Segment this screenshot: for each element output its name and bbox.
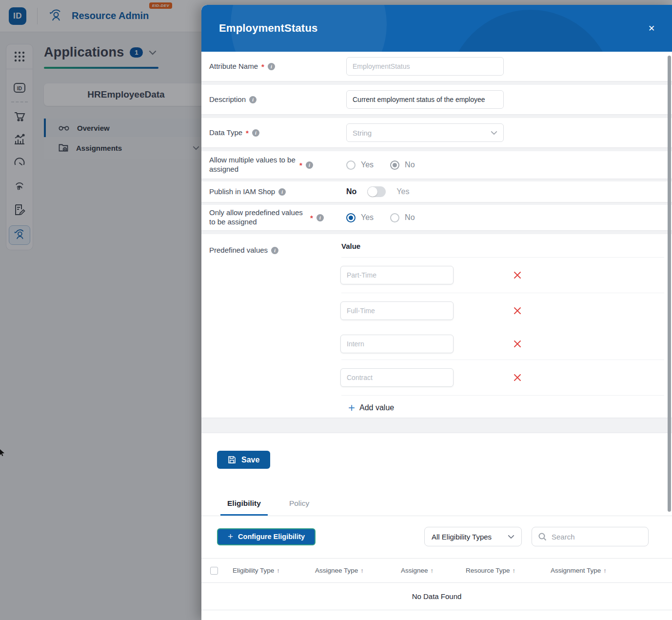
attribute-name-row: Attribute Name * i — [201, 52, 672, 81]
select-all-checkbox[interactable] — [210, 567, 218, 575]
table-header-row: Eligibility Type↑ Assignee Type↑ Assigne… — [201, 559, 672, 583]
allow-multiple-row: Allow multiple values to be assigned * i… — [201, 151, 672, 179]
column-header-assignee[interactable]: Assignee↑ — [401, 567, 466, 574]
required-asterisk: * — [310, 214, 313, 222]
predefined-value-input[interactable] — [340, 301, 454, 320]
mouse-cursor — [0, 449, 5, 456]
info-icon[interactable]: i — [278, 188, 286, 196]
only-predefined-label: Only allow predefined values to be assig… — [209, 208, 307, 227]
predefined-value-input[interactable] — [340, 266, 454, 284]
predefined-value-item — [340, 328, 664, 360]
drawer-scrollbar[interactable] — [668, 54, 671, 618]
sort-asc-icon: ↑ — [360, 567, 364, 574]
close-icon[interactable]: ✕ — [645, 21, 658, 35]
column-header-assignment-type[interactable]: Assignment Type↑ — [551, 567, 672, 574]
predefined-value-input[interactable] — [340, 368, 454, 387]
radio-label: No — [405, 160, 415, 169]
only-predefined-no-radio[interactable]: No — [390, 213, 415, 222]
description-row: Description i — [201, 85, 672, 114]
save-label: Save — [241, 456, 259, 464]
delete-value-icon[interactable] — [513, 306, 522, 315]
attribute-detail-drawer: EmploymentStatus ✕ Attribute Name * i De… — [201, 5, 672, 620]
drawer-header: EmploymentStatus ✕ — [201, 5, 672, 52]
delete-value-icon[interactable] — [513, 373, 522, 382]
column-header-resource-type[interactable]: Resource Type↑ — [466, 567, 551, 574]
drawer-title: EmploymentStatus — [219, 22, 317, 35]
description-label: Description — [209, 95, 246, 104]
column-header-assignee-type[interactable]: Assignee Type↑ — [315, 567, 401, 574]
sort-asc-icon: ↑ — [277, 567, 280, 574]
allow-multiple-no-radio[interactable]: No — [390, 160, 415, 170]
required-asterisk: * — [299, 161, 302, 169]
delete-value-icon[interactable] — [513, 271, 522, 280]
radio-checked-icon — [390, 160, 399, 170]
allow-multiple-yes-radio[interactable]: Yes — [346, 160, 374, 170]
search-input[interactable] — [552, 533, 634, 541]
publish-iam-shop-toggle[interactable] — [367, 186, 386, 197]
radio-label: Yes — [361, 213, 374, 222]
column-header-eligibility-type[interactable]: Eligibility Type↑ — [233, 567, 315, 574]
info-icon[interactable]: i — [249, 96, 257, 103]
empty-state-text: No Data Found — [201, 583, 672, 610]
predefined-value-item — [340, 360, 664, 395]
add-value-label: Add value — [359, 403, 394, 412]
sort-asc-icon: ↑ — [603, 567, 607, 574]
predefined-value-item — [340, 293, 664, 328]
scrollbar-thumb[interactable] — [668, 56, 671, 512]
radio-label: No — [405, 213, 415, 222]
divider — [341, 395, 664, 396]
only-predefined-row: Only allow predefined values to be assig… — [201, 205, 672, 230]
save-button[interactable]: Save — [217, 451, 270, 469]
data-type-select[interactable]: String — [346, 123, 504, 142]
radio-label: Yes — [361, 160, 374, 169]
value-column-header: Value — [209, 242, 664, 250]
radio-checked-icon — [346, 213, 356, 222]
plus-icon: + — [228, 531, 233, 542]
info-icon[interactable]: i — [268, 63, 275, 70]
chevron-down-icon — [491, 131, 497, 135]
configure-eligibility-label: Configure Eligibility — [238, 533, 305, 540]
toggle-off-label: No — [346, 187, 356, 196]
predefined-value-item — [340, 258, 664, 293]
allow-multiple-label: Allow multiple values to be assigned — [209, 156, 296, 174]
data-type-label: Data Type — [209, 128, 242, 138]
radio-unchecked-icon — [390, 213, 399, 222]
search-icon — [538, 532, 547, 541]
only-predefined-yes-radio[interactable]: Yes — [346, 213, 374, 222]
attribute-name-input[interactable] — [346, 57, 504, 76]
search-field[interactable] — [532, 527, 649, 546]
drawer-body: Attribute Name * i Description i Data Ty… — [201, 52, 672, 620]
description-input[interactable] — [346, 90, 504, 109]
add-value-button[interactable]: + Add value — [348, 403, 664, 412]
toggle-knob — [368, 187, 377, 197]
sort-asc-icon: ↑ — [513, 567, 516, 574]
filter-value: All Eligibility Types — [432, 533, 492, 541]
tab-bar: Eligibility Policy — [201, 499, 672, 516]
publish-iam-shop-label: Publish in IAM Shop — [209, 187, 275, 197]
tab-policy[interactable]: Policy — [289, 499, 309, 516]
tab-eligibility[interactable]: Eligibility — [227, 499, 261, 516]
eligibility-controls: + Configure Eligibility All Eligibility … — [201, 527, 672, 546]
required-asterisk: * — [246, 129, 249, 137]
data-type-value: String — [353, 129, 372, 137]
predefined-values-row: Predefined values i Value — [201, 234, 672, 418]
publish-iam-shop-row: Publish in IAM Shop i No Yes — [201, 181, 672, 202]
info-icon[interactable]: i — [252, 129, 259, 137]
info-icon[interactable]: i — [316, 214, 324, 221]
tab-divider — [201, 516, 672, 516]
configure-eligibility-button[interactable]: + Configure Eligibility — [217, 528, 316, 545]
radio-unchecked-icon — [346, 160, 356, 170]
info-icon[interactable]: i — [306, 161, 313, 169]
toggle-on-label: Yes — [396, 187, 409, 196]
delete-value-icon[interactable] — [513, 340, 522, 348]
save-icon — [228, 456, 236, 464]
plus-icon: + — [348, 403, 355, 412]
drawer-lower-section: Save Eligibility Policy + Configure Elig… — [201, 433, 672, 620]
required-asterisk: * — [261, 62, 264, 71]
eligibility-type-filter[interactable]: All Eligibility Types — [424, 527, 522, 546]
attribute-name-label: Attribute Name — [209, 62, 258, 71]
chevron-down-icon — [508, 535, 514, 539]
eligibility-table: Eligibility Type↑ Assignee Type↑ Assigne… — [201, 558, 672, 610]
predefined-value-input[interactable] — [340, 335, 454, 353]
data-type-row: Data Type * i String — [201, 118, 672, 147]
